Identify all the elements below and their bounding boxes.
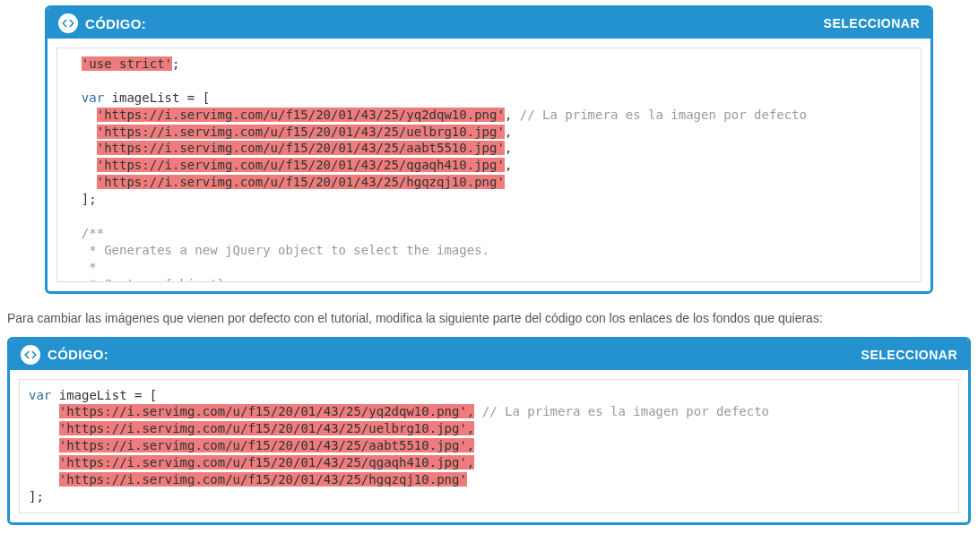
code-box-2-content: var imageList = [ 'https://i.servimg.com…	[19, 379, 959, 513]
code-box-1-header: CÓDIGO: SELECCIONAR	[48, 8, 930, 39]
code-box-1: CÓDIGO: SELECCIONAR 'use strict'; var im…	[45, 5, 933, 294]
code-box-2-select[interactable]: SELECCIONAR	[861, 348, 957, 362]
code-box-1-label: CÓDIGO:	[85, 16, 146, 31]
code-box-1-content[interactable]: 'use strict'; var imageList = [ 'https:/…	[56, 47, 922, 282]
code-box-2-label: CÓDIGO:	[48, 347, 108, 362]
code-box-2-header: CÓDIGO: SELECCIONAR	[10, 340, 968, 370]
code-icon	[21, 345, 40, 365]
code-box-1-body: 'use strict'; var imageList = [ 'https:/…	[48, 39, 930, 291]
code-icon	[58, 13, 78, 33]
code-box-2: CÓDIGO: SELECCIONAR var imageList = [ 'h…	[7, 337, 971, 525]
code-box-2-body: var imageList = [ 'https://i.servimg.com…	[10, 370, 968, 522]
explain-text: Para cambiar las imágenes que vienen por…	[7, 310, 971, 328]
code-box-1-select[interactable]: SELECCIONAR	[824, 16, 920, 30]
